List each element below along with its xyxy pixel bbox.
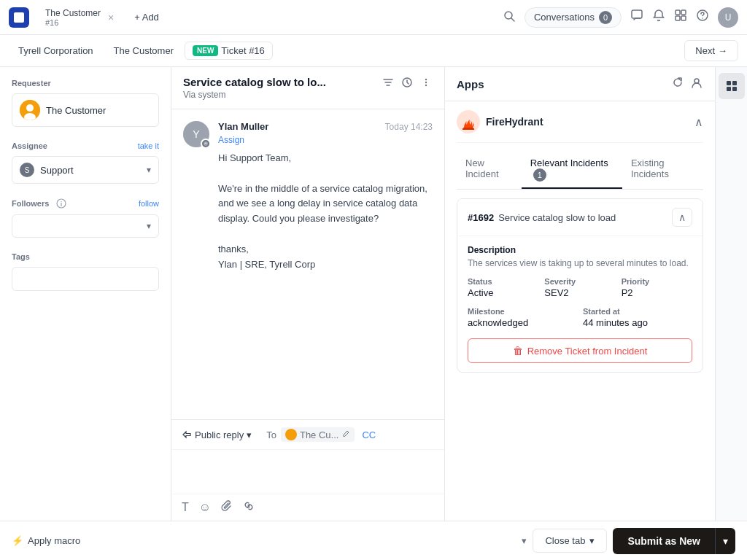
message-header: Ylan Muller Today 14:23 — [218, 121, 433, 132]
svg-point-18 — [204, 141, 208, 146]
svg-rect-22 — [732, 81, 737, 85]
apps-panel-icon[interactable] — [719, 73, 745, 99]
conversations-label: Conversations — [534, 12, 595, 23]
reply-type-button[interactable]: Public reply ▾ — [182, 429, 252, 440]
message-item: Y Ylan Muller Today 14:23 Assign Hi Supp… — [183, 121, 433, 272]
bot-badge — [201, 139, 211, 149]
message-body: Hi Support Team, We're in the middle of … — [218, 151, 433, 272]
svg-rect-6 — [681, 16, 686, 20]
firehydrant-name: FireHydrant — [486, 116, 543, 128]
assignee-select[interactable]: S Support ▾ — [12, 156, 159, 184]
incident-toggle-button[interactable]: ∧ — [672, 208, 692, 227]
ticket-new-badge: NEW — [193, 45, 218, 56]
recipient-avatar — [285, 429, 297, 440]
status-label: Status — [468, 277, 538, 286]
history-icon[interactable] — [400, 76, 414, 92]
submit-main-label[interactable]: Submit as New — [613, 528, 715, 554]
app-logo — [9, 7, 29, 28]
reply-type-dropdown-icon: ▾ — [247, 429, 252, 440]
recipient-name: The Cu... — [300, 429, 338, 440]
tab-new-incident[interactable]: New Incident — [457, 152, 522, 189]
svg-point-16 — [425, 82, 427, 83]
submit-dropdown-icon[interactable]: ▾ — [715, 528, 735, 554]
tab-close-button[interactable]: × — [108, 12, 114, 23]
bell-icon[interactable] — [652, 9, 665, 26]
followers-box[interactable]: ▾ — [12, 214, 159, 238]
user-avatar[interactable]: U — [718, 7, 738, 28]
macro-dropdown-icon[interactable]: ▾ — [522, 535, 527, 546]
reply-to-tag[interactable]: The Cu... — [281, 427, 355, 442]
breadcrumb-customer[interactable]: The Customer — [104, 40, 183, 61]
remove-label: Remove Ticket from Incident — [527, 346, 648, 357]
link-icon[interactable] — [243, 500, 255, 515]
svg-rect-24 — [732, 87, 737, 91]
left-sidebar: Requester The Customer Assignee take it … — [0, 67, 171, 521]
remove-ticket-button[interactable]: 🗑 Remove Ticket from Incident — [468, 338, 692, 363]
attachment-icon[interactable] — [221, 500, 233, 515]
status-item: Status Active — [468, 277, 538, 298]
submit-button[interactable]: Submit as New ▾ — [613, 528, 735, 554]
cc-button[interactable]: CC — [362, 429, 376, 440]
add-button[interactable]: + Add — [127, 7, 166, 27]
started-value: 44 minutes ago — [583, 317, 692, 328]
help-icon[interactable] — [696, 9, 709, 26]
message-time: Today 14:23 — [385, 122, 433, 132]
milestone-value: acknowledged — [468, 317, 577, 328]
started-label: Started at — [583, 307, 692, 316]
breadcrumb-org[interactable]: Tyrell Corporation — [9, 40, 103, 61]
grid-icon[interactable] — [674, 9, 687, 26]
msg-line3: thanks, — [218, 242, 433, 257]
svg-rect-4 — [681, 10, 686, 15]
requester-label: Requester — [12, 79, 159, 88]
firehydrant-section: FireHydrant ∧ New Incident Relevant Inci… — [445, 101, 715, 381]
requester-section: Requester The Customer — [12, 79, 159, 127]
next-button[interactable]: Next → — [684, 40, 738, 61]
breadcrumb-bar: Tyrell Corporation The Customer NEW Tick… — [0, 35, 747, 67]
assignee-icon: S — [20, 163, 34, 177]
tab-relevant-incidents[interactable]: Relevant Incidents 1 — [522, 152, 622, 189]
edit-recipient-icon[interactable] — [341, 429, 350, 440]
svg-point-15 — [425, 79, 427, 80]
apps-header: Apps — [445, 67, 715, 101]
priority-item: Priority P2 — [622, 277, 692, 298]
take-it-link[interactable]: take it — [138, 141, 159, 150]
top-bar: The Customer #16 × + Add Conversations 0… — [0, 0, 747, 35]
tags-input[interactable] — [12, 267, 159, 291]
firehydrant-collapse-icon[interactable]: ∧ — [694, 115, 703, 129]
followers-section: Followers i follow ▾ — [12, 198, 159, 238]
tab-title: The Customer — [45, 8, 101, 18]
center-panel: Service catalog slow to lo... Via system… — [171, 67, 445, 521]
more-icon[interactable] — [419, 76, 433, 92]
close-tab-button[interactable]: Close tab ▾ — [533, 529, 607, 553]
ticket-actions — [382, 76, 433, 92]
apply-macro-button[interactable]: ⚡ Apply macro ▾ — [12, 535, 527, 546]
search-icon[interactable] — [503, 9, 516, 26]
requester-box[interactable]: The Customer — [12, 93, 159, 127]
text-format-icon[interactable]: T — [182, 501, 189, 514]
current-tab[interactable]: The Customer #16 × — [38, 4, 121, 31]
svg-point-10 — [26, 104, 34, 112]
ticket-header: Service catalog slow to lo... Via system — [171, 67, 444, 109]
filter-icon[interactable] — [382, 76, 395, 92]
relevant-incidents-badge: 1 — [533, 168, 546, 182]
refresh-icon[interactable] — [671, 76, 684, 92]
chat-icon[interactable] — [630, 9, 643, 26]
breadcrumb-ticket[interactable]: NEW Ticket #16 — [185, 42, 273, 60]
follow-link[interactable]: follow — [139, 199, 159, 208]
remove-icon: 🗑 — [513, 345, 523, 357]
top-bar-right: Conversations 0 U — [503, 7, 738, 28]
assign-link[interactable]: Assign — [218, 135, 433, 145]
bottom-bar: ⚡ Apply macro ▾ Close tab ▾ Submit as Ne… — [0, 521, 747, 560]
conversations-button[interactable]: Conversations 0 — [525, 7, 622, 28]
svg-rect-5 — [676, 16, 680, 20]
svg-point-17 — [425, 85, 427, 86]
requester-name: The Customer — [46, 105, 106, 116]
message-avatar: Y — [183, 121, 209, 147]
description-label: Description — [468, 245, 692, 255]
tab-existing-incidents[interactable]: Existing Incidents — [622, 152, 703, 189]
incident-card: #1692 Service catalog slow to load ∧ Des… — [457, 198, 703, 373]
ticket-via: Via system — [183, 90, 376, 100]
user-icon[interactable] — [690, 76, 703, 92]
emoji-icon[interactable]: ☺ — [199, 501, 211, 514]
reply-body-area[interactable] — [171, 450, 444, 494]
